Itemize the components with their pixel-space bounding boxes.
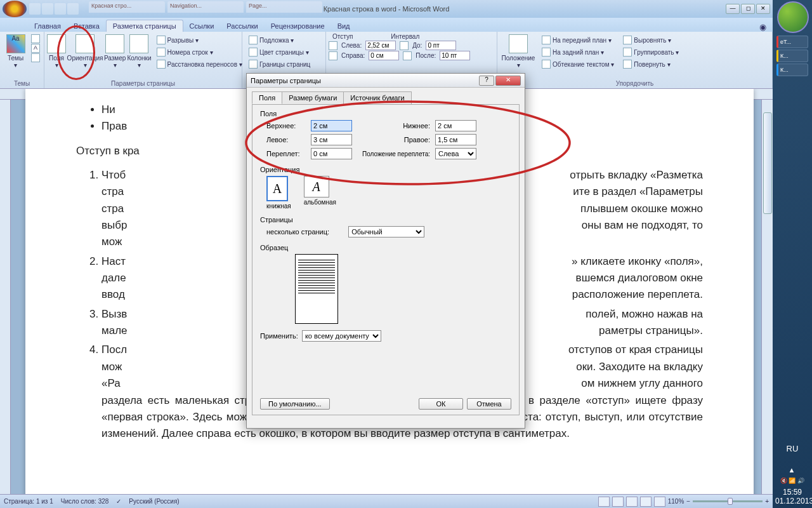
orientation-button[interactable]: Ориентация▾ [67, 33, 103, 76]
tab-page-layout[interactable]: Разметка страницы [106, 20, 183, 32]
send-back-icon [542, 48, 551, 57]
sample-section-label: Образец [260, 244, 511, 251]
page-borders-icon [249, 60, 258, 69]
dialog-title-text: Параметры страницы [251, 77, 321, 84]
dialog-title-bar[interactable]: Параметры страницы ? ✕ [247, 74, 525, 88]
indent-right-input[interactable] [369, 51, 399, 60]
zoom-out-button[interactable]: − [686, 498, 690, 505]
dialog-tab-fields[interactable]: Поля [252, 91, 282, 104]
qat-save-icon[interactable] [29, 3, 41, 15]
page-setup-dialog: Параметры страницы ? ✕ Поля Размер бумаг… [246, 73, 525, 429]
scrollbar-thumb[interactable] [763, 112, 772, 214]
margins-button[interactable]: Поля▾ [47, 33, 66, 76]
line-numbers-icon [157, 48, 166, 57]
maximize-button[interactable]: ◻ [741, 4, 755, 14]
watermark-button[interactable]: Подложка ▾ [246, 34, 313, 46]
position-button[interactable]: Положение▾ [500, 33, 537, 76]
orientation-icon [75, 34, 95, 53]
tray-icons[interactable]: 🔇 📶 🔊 [775, 478, 809, 484]
cancel-button[interactable]: Отмена [467, 398, 511, 410]
size-button[interactable]: Размер▾ [104, 33, 126, 76]
vertical-ruler[interactable] [0, 100, 11, 494]
qat-redo-icon[interactable] [55, 3, 66, 15]
rotate-icon [623, 60, 632, 69]
gutter-pos-select[interactable]: Слева [435, 148, 476, 159]
breaks-button[interactable]: Разрывы ▾ [154, 34, 245, 46]
landscape-option[interactable]: A альбомная [304, 176, 336, 210]
status-page[interactable]: Страница: 1 из 1 [4, 498, 53, 505]
dialog-tab-source[interactable]: Источник бумаги [343, 91, 411, 104]
view-web-icon[interactable] [626, 497, 638, 507]
clock-time[interactable]: 15:59 [775, 488, 809, 497]
close-button[interactable]: ✕ [756, 4, 770, 14]
apply-to-select[interactable]: ко всему документу [302, 330, 381, 342]
tab-insert[interactable]: Вставка [67, 20, 106, 32]
taskbar-app-2[interactable]: К... [776, 50, 808, 62]
group-button[interactable]: Группировать ▾ [620, 46, 681, 58]
page-color-button[interactable]: Цвет страницы ▾ [246, 46, 313, 58]
theme-effects-icon[interactable] [31, 53, 40, 62]
spacing-after-input[interactable] [440, 51, 470, 60]
bring-front-button[interactable]: На передний план ▾ [539, 34, 617, 46]
taskbar-app-3[interactable]: К... [776, 64, 808, 76]
left-margin-input[interactable] [311, 134, 352, 145]
zoom-slider[interactable] [693, 500, 763, 502]
start-button[interactable] [777, 1, 809, 33]
status-language[interactable]: Русский (Россия) [129, 498, 179, 505]
view-fullscreen-icon[interactable] [612, 497, 624, 507]
tab-home[interactable]: Главная [28, 20, 67, 32]
qat-customize-icon[interactable] [67, 3, 79, 15]
hyphenation-button[interactable]: Расстановка переносов ▾ [154, 58, 245, 70]
ok-button[interactable]: ОК [419, 398, 463, 410]
view-draft-icon[interactable] [654, 497, 665, 507]
vertical-scrollbar[interactable] [761, 100, 773, 494]
tab-view[interactable]: Вид [331, 20, 357, 32]
bring-front-icon [542, 36, 551, 44]
view-print-layout-icon[interactable] [598, 497, 610, 507]
text-wrap-button[interactable]: Обтекание текстом ▾ [539, 58, 617, 70]
taskbar-app-1[interactable]: eT... [776, 36, 808, 48]
qat-undo-icon[interactable] [42, 3, 53, 15]
zoom-level[interactable]: 110% [668, 498, 684, 505]
language-indicator[interactable]: RU [775, 444, 809, 453]
tab-references[interactable]: Ссылки [183, 20, 221, 32]
spacing-before-input[interactable] [426, 41, 456, 50]
gutter-input[interactable] [311, 148, 352, 159]
default-button[interactable]: По умолчанию... [260, 398, 330, 410]
tab-mailings[interactable]: Рассылки [220, 20, 264, 32]
dialog-tab-paper[interactable]: Размер бумаги [282, 91, 344, 104]
right-margin-input[interactable] [435, 134, 476, 145]
view-outline-icon[interactable] [640, 497, 652, 507]
rotate-button[interactable]: Повернуть ▾ [620, 58, 681, 70]
themes-button[interactable]: Aa Темы▾ [3, 33, 29, 76]
indent-left-input[interactable] [365, 41, 396, 50]
theme-fonts-icon[interactable]: A [31, 44, 40, 53]
page-borders-button[interactable]: Границы страниц [246, 58, 313, 70]
multi-pages-select[interactable]: Обычный [348, 226, 424, 237]
columns-button[interactable]: Колонки▾ [127, 33, 151, 76]
theme-colors-icon[interactable] [31, 34, 40, 43]
line-numbers-button[interactable]: Номера строк ▾ [154, 46, 245, 58]
ribbon-help-icon[interactable]: ◉ [759, 22, 773, 32]
align-button[interactable]: Выровнять ▾ [620, 34, 681, 46]
portrait-option[interactable]: A книжная [266, 176, 291, 210]
top-margin-input[interactable] [311, 120, 352, 131]
themes-icon: Aa [6, 34, 25, 53]
status-proofing-icon[interactable]: ✓ [116, 498, 121, 505]
send-back-button[interactable]: На задний план ▾ [539, 46, 617, 58]
status-words[interactable]: Число слов: 328 [61, 498, 109, 505]
zoom-in-button[interactable]: + [765, 498, 769, 505]
columns-icon [129, 34, 148, 53]
dialog-help-button[interactable]: ? [479, 76, 494, 86]
tab-review[interactable]: Рецензирование [265, 20, 331, 32]
text-wrap-icon [542, 60, 551, 69]
quick-access-toolbar [29, 3, 79, 15]
dialog-close-button[interactable]: ✕ [495, 76, 521, 86]
group-icon [623, 48, 632, 57]
bottom-margin-input[interactable] [435, 120, 476, 131]
align-icon [623, 36, 632, 44]
minimize-button[interactable]: — [726, 4, 740, 14]
office-button[interactable] [3, 1, 27, 17]
top-margin-label: Верхнее: [266, 122, 306, 130]
zoom-slider-thumb[interactable] [728, 498, 733, 505]
